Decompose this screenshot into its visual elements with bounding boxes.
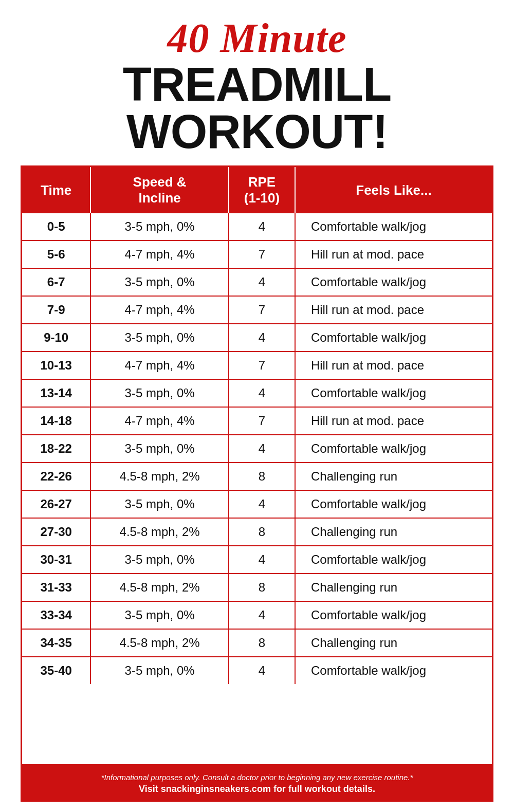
cell-feels: Comfortable walk/jog xyxy=(295,657,492,684)
col-header-rpe: RPE(1-10) xyxy=(229,167,295,213)
cell-speed: 3-5 mph, 0% xyxy=(90,435,229,463)
cell-feels: Comfortable walk/jog xyxy=(295,546,492,574)
cell-speed: 3-5 mph, 0% xyxy=(90,213,229,241)
cell-rpe: 8 xyxy=(229,463,295,490)
cell-time: 7-9 xyxy=(22,296,90,324)
table-row: 7-94-7 mph, 4%7Hill run at mod. pace xyxy=(22,296,492,324)
cell-rpe: 8 xyxy=(229,574,295,601)
cell-speed: 3-5 mph, 0% xyxy=(90,268,229,296)
table-row: 10-134-7 mph, 4%7Hill run at mod. pace xyxy=(22,352,492,379)
cell-speed: 3-5 mph, 0% xyxy=(90,379,229,407)
cell-time: 22-26 xyxy=(22,463,90,490)
cell-feels: Hill run at mod. pace xyxy=(295,296,492,324)
cell-time: 9-10 xyxy=(22,324,90,352)
cell-time: 0-5 xyxy=(22,213,90,241)
cell-time: 26-27 xyxy=(22,490,90,518)
cell-time: 14-18 xyxy=(22,407,90,435)
cell-rpe: 4 xyxy=(229,379,295,407)
cell-feels: Comfortable walk/jog xyxy=(295,490,492,518)
cell-rpe: 7 xyxy=(229,407,295,435)
table-row: 14-184-7 mph, 4%7Hill run at mod. pace xyxy=(22,407,492,435)
cell-speed: 4-7 mph, 4% xyxy=(90,352,229,379)
cell-rpe: 4 xyxy=(229,268,295,296)
cell-feels: Hill run at mod. pace xyxy=(295,241,492,268)
table-row: 33-343-5 mph, 0%4Comfortable walk/jog xyxy=(22,601,492,629)
table-row: 13-143-5 mph, 0%4Comfortable walk/jog xyxy=(22,379,492,407)
cell-feels: Comfortable walk/jog xyxy=(295,379,492,407)
cell-time: 5-6 xyxy=(22,241,90,268)
cell-time: 27-30 xyxy=(22,518,90,546)
cell-feels: Challenging run xyxy=(295,629,492,657)
table-row: 34-354.5-8 mph, 2%8Challenging run xyxy=(22,629,492,657)
cell-time: 33-34 xyxy=(22,601,90,629)
cell-speed: 4.5-8 mph, 2% xyxy=(90,463,229,490)
cell-speed: 4-7 mph, 4% xyxy=(90,407,229,435)
cell-rpe: 4 xyxy=(229,546,295,574)
col-header-feels: Feels Like... xyxy=(295,167,492,213)
cell-feels: Comfortable walk/jog xyxy=(295,268,492,296)
table-row: 0-53-5 mph, 0%4Comfortable walk/jog xyxy=(22,213,492,241)
table-row: 31-334.5-8 mph, 2%8Challenging run xyxy=(22,574,492,601)
cell-speed: 3-5 mph, 0% xyxy=(90,657,229,684)
cell-time: 34-35 xyxy=(22,629,90,657)
table-row: 6-73-5 mph, 0%4Comfortable walk/jog xyxy=(22,268,492,296)
cell-rpe: 4 xyxy=(229,490,295,518)
cell-rpe: 4 xyxy=(229,435,295,463)
col-header-speed: Speed &Incline xyxy=(90,167,229,213)
table-row: 9-103-5 mph, 0%4Comfortable walk/jog xyxy=(22,324,492,352)
cell-speed: 3-5 mph, 0% xyxy=(90,546,229,574)
cell-feels: Comfortable walk/jog xyxy=(295,324,492,352)
cell-speed: 4.5-8 mph, 2% xyxy=(90,518,229,546)
table-row: 30-313-5 mph, 0%4Comfortable walk/jog xyxy=(22,546,492,574)
cell-speed: 4-7 mph, 4% xyxy=(90,241,229,268)
cell-speed: 3-5 mph, 0% xyxy=(90,490,229,518)
cell-speed: 4.5-8 mph, 2% xyxy=(90,574,229,601)
cell-time: 35-40 xyxy=(22,657,90,684)
cell-rpe: 4 xyxy=(229,601,295,629)
header: 40 Minute TREADMILL WORKOUT! xyxy=(21,15,493,165)
cell-time: 30-31 xyxy=(22,546,90,574)
cell-feels: Hill run at mod. pace xyxy=(295,352,492,379)
table-header-row: Time Speed &Incline RPE(1-10) Feels Like… xyxy=(22,167,492,213)
cell-feels: Comfortable walk/jog xyxy=(295,213,492,241)
page-container: 40 Minute TREADMILL WORKOUT! Time Speed … xyxy=(0,0,514,812)
cell-feels: Comfortable walk/jog xyxy=(295,601,492,629)
cell-rpe: 7 xyxy=(229,241,295,268)
header-line1: 40 Minute xyxy=(21,15,493,61)
cell-feels: Comfortable walk/jog xyxy=(295,435,492,463)
cell-rpe: 8 xyxy=(229,518,295,546)
table-row: 27-304.5-8 mph, 2%8Challenging run xyxy=(22,518,492,546)
table-row: 18-223-5 mph, 0%4Comfortable walk/jog xyxy=(22,435,492,463)
cell-speed: 3-5 mph, 0% xyxy=(90,324,229,352)
cell-rpe: 4 xyxy=(229,213,295,241)
cell-speed: 3-5 mph, 0% xyxy=(90,601,229,629)
cell-time: 6-7 xyxy=(22,268,90,296)
cell-feels: Hill run at mod. pace xyxy=(295,407,492,435)
col-header-time: Time xyxy=(22,167,90,213)
footer: *Informational purposes only. Consult a … xyxy=(21,766,493,802)
header-line2: TREADMILL WORKOUT! xyxy=(21,61,493,155)
footer-disclaimer: *Informational purposes only. Consult a … xyxy=(31,773,483,782)
cell-feels: Challenging run xyxy=(295,574,492,601)
cell-rpe: 4 xyxy=(229,657,295,684)
footer-website: Visit snackinginsneakers.com for full wo… xyxy=(31,784,483,795)
table-row: 5-64-7 mph, 4%7Hill run at mod. pace xyxy=(22,241,492,268)
cell-rpe: 4 xyxy=(229,324,295,352)
cell-time: 31-33 xyxy=(22,574,90,601)
table-row: 35-403-5 mph, 0%4Comfortable walk/jog xyxy=(22,657,492,684)
cell-rpe: 7 xyxy=(229,296,295,324)
cell-time: 10-13 xyxy=(22,352,90,379)
cell-feels: Challenging run xyxy=(295,518,492,546)
cell-rpe: 8 xyxy=(229,629,295,657)
table-row: 22-264.5-8 mph, 2%8Challenging run xyxy=(22,463,492,490)
table-row: 26-273-5 mph, 0%4Comfortable walk/jog xyxy=(22,490,492,518)
workout-table-container: Time Speed &Incline RPE(1-10) Feels Like… xyxy=(21,165,493,766)
cell-rpe: 7 xyxy=(229,352,295,379)
cell-feels: Challenging run xyxy=(295,463,492,490)
cell-time: 13-14 xyxy=(22,379,90,407)
cell-time: 18-22 xyxy=(22,435,90,463)
cell-speed: 4.5-8 mph, 2% xyxy=(90,629,229,657)
workout-table: Time Speed &Incline RPE(1-10) Feels Like… xyxy=(22,167,492,684)
cell-speed: 4-7 mph, 4% xyxy=(90,296,229,324)
